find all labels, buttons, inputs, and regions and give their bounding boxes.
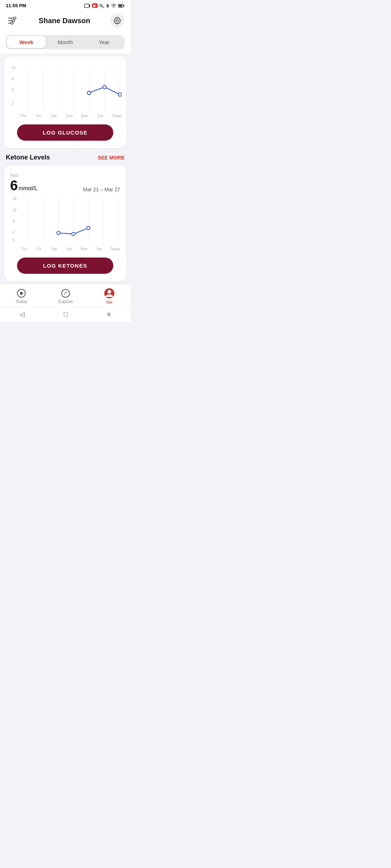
glucose-chart-svg: 10 8 6 3 Thu Fri Sat Sun Mon Tue Today	[9, 62, 122, 120]
svg-rect-7	[124, 5, 125, 7]
tab-month[interactable]: Month	[46, 36, 84, 48]
ketone-point-sun	[72, 232, 75, 235]
ketone-see-more-button[interactable]: SEE MORE	[98, 155, 125, 161]
y-label-8: 8	[13, 219, 15, 223]
ketone-x-label-fri: Fri	[37, 247, 42, 251]
filter-icon	[8, 17, 17, 25]
svg-point-12	[14, 17, 16, 19]
glucose-chart: 10 8 6 3 Thu Fri Sat Sun Mon Tue Today	[9, 62, 122, 120]
x-label-sun: Sun	[66, 114, 73, 118]
y-label-16: 16	[13, 197, 17, 201]
svg-rect-0	[84, 4, 89, 8]
tab-year[interactable]: Year	[85, 36, 123, 48]
y-label-10: 10	[12, 66, 16, 70]
settings-icon	[113, 17, 121, 25]
ketone-x-label-thu: Thu	[21, 247, 28, 251]
y-label-4: 4	[13, 230, 15, 234]
svg-rect-8	[119, 5, 122, 7]
y-label-8: 8	[12, 77, 14, 81]
battery-icon	[118, 4, 125, 8]
page-title: Shane Dawson	[39, 17, 90, 25]
svg-marker-33	[64, 291, 67, 295]
glucose-card: 10 8 6 3 Thu Fri Sat Sun Mon Tue Today	[4, 56, 126, 148]
ketone-card: Max 6mmol/L Mar 21 – Mar 27 16 12 8 4 0	[4, 166, 126, 281]
bluetooth-icon	[106, 3, 109, 8]
x-label-tue: Tue	[97, 114, 104, 118]
ketone-stats-row: Max 6mmol/L Mar 21 – Mar 27	[9, 171, 122, 195]
header: Shane Dawson	[0, 10, 130, 32]
x-label-thu: Thu	[20, 114, 26, 118]
tab-group: Week Month Year	[6, 35, 125, 49]
ketone-date-range: Mar 21 – Mar 27	[83, 187, 120, 192]
nav-me[interactable]: Me	[104, 288, 115, 305]
glucose-point-mon	[87, 91, 91, 94]
filter-button[interactable]	[6, 14, 19, 27]
x-label-fri: Fri	[36, 114, 41, 118]
tab-week[interactable]: Week	[7, 36, 46, 48]
today-icon	[17, 289, 26, 298]
ketone-x-label-sun: Sun	[66, 247, 72, 251]
ketone-x-label-sat: Sat	[51, 247, 57, 251]
svg-point-2	[100, 4, 102, 7]
system-nav: ◁ □ ≡	[0, 307, 130, 322]
ketone-stat-value: 6	[10, 178, 18, 193]
nav-me-label: Me	[106, 300, 113, 305]
status-time: 11:55 PM	[6, 3, 26, 8]
ketone-section-title: Ketone Levels	[6, 154, 50, 161]
y-label-0: 0	[13, 238, 15, 242]
ketone-point-mon	[87, 226, 90, 230]
nav-today-label: Today	[16, 299, 27, 304]
ketone-x-label-tue: Tue	[96, 247, 102, 251]
ketone-stat-unit: mmol/L	[18, 185, 37, 191]
svg-point-13	[12, 20, 14, 22]
svg-point-15	[116, 20, 118, 22]
ketone-stat-label: Max	[10, 173, 38, 178]
x-label-today: Today	[112, 114, 122, 118]
explore-icon	[61, 289, 70, 298]
glucose-point-tue	[103, 85, 106, 89]
ketone-chart-svg: 16 12 8 4 0 Thu Fri Sat Sun Mon	[9, 195, 122, 253]
home-button[interactable]: □	[64, 311, 68, 318]
svg-point-14	[11, 22, 13, 24]
tab-switcher: Week Month Year	[0, 32, 130, 54]
status-icons: ▶	[84, 3, 125, 8]
me-icon	[104, 288, 115, 299]
glucose-point-today	[118, 93, 122, 96]
svg-point-5	[113, 8, 114, 8]
back-button[interactable]: ◁	[20, 310, 25, 318]
ketone-section-header: Ketone Levels SEE MORE	[0, 151, 130, 163]
ketone-chart: 16 12 8 4 0 Thu Fri Sat Sun Mon	[9, 195, 122, 253]
y-label-3: 3	[12, 102, 14, 106]
x-label-mon: Mon	[81, 114, 88, 118]
ketone-stat-block: Max 6mmol/L	[10, 173, 38, 192]
nav-today[interactable]: Today	[16, 289, 27, 304]
ketone-x-label-mon: Mon	[80, 247, 88, 251]
log-glucose-button[interactable]: LOG GLUCOSE	[17, 124, 113, 141]
y-label-12: 12	[13, 208, 17, 212]
svg-point-31	[20, 292, 23, 295]
camera-icon	[84, 3, 91, 8]
wifi-icon	[111, 4, 117, 8]
ketone-x-label-today: Today	[110, 247, 120, 251]
key-icon	[99, 3, 104, 8]
settings-button[interactable]	[110, 13, 125, 28]
menu-button[interactable]: ≡	[107, 311, 111, 318]
y-label-6: 6	[12, 88, 14, 92]
x-label-sat: Sat	[51, 114, 57, 118]
ketone-point-sat	[57, 231, 60, 235]
nav-explore-label: Explore	[58, 299, 73, 304]
nav-explore[interactable]: Explore	[58, 289, 73, 304]
log-ketones-button[interactable]: LOG KETONES	[17, 258, 113, 274]
bottom-nav: Today Explore Me	[0, 284, 130, 307]
status-bar: 11:55 PM ▶	[0, 0, 130, 10]
svg-point-35	[108, 290, 111, 294]
svg-line-4	[103, 7, 104, 7]
record-icon: ▶	[92, 3, 98, 8]
